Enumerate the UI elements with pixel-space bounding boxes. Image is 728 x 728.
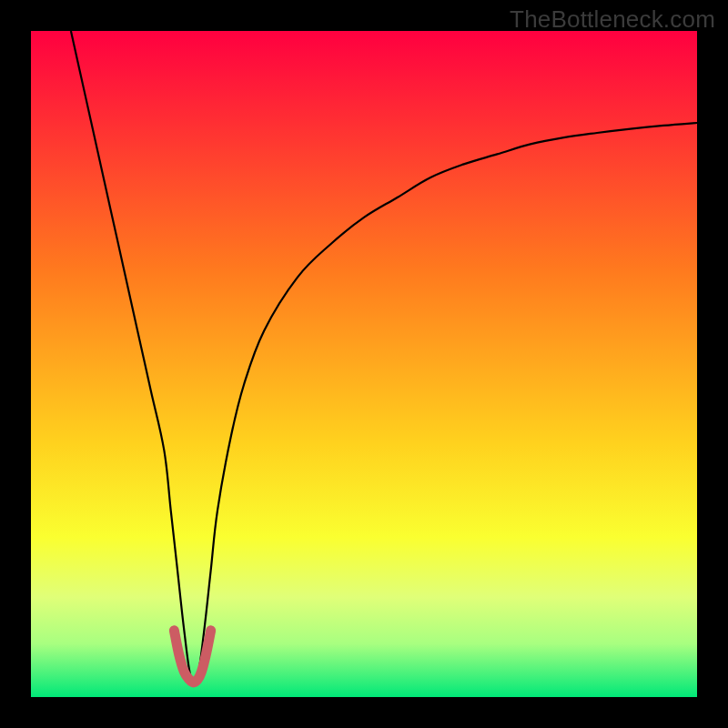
chart-svg (31, 31, 697, 697)
plot-area (31, 31, 697, 697)
watermark-text: TheBottleneck.com (510, 5, 715, 34)
chart-frame: TheBottleneck.com (0, 0, 728, 728)
chart-background (31, 31, 697, 697)
